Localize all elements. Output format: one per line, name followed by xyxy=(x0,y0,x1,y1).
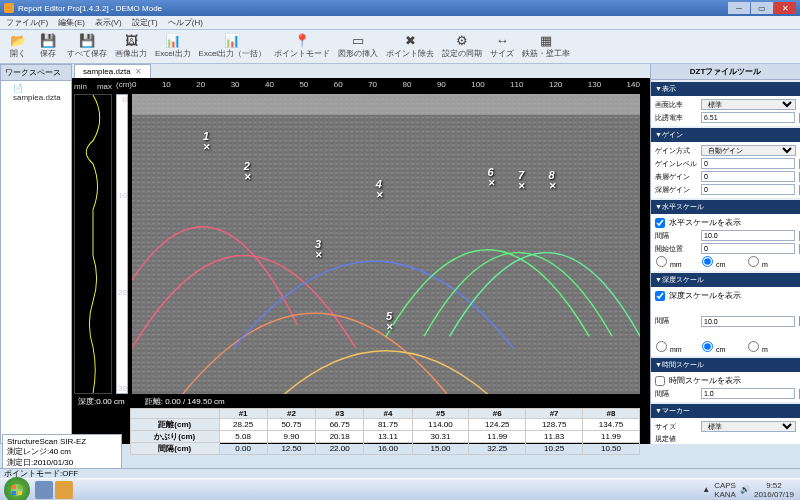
section-display[interactable]: ▼表示 xyxy=(651,82,800,96)
minmax-labels: minmax xyxy=(74,82,112,91)
scan-marker[interactable]: 5✕ xyxy=(386,310,394,332)
section-vscale[interactable]: ▼深度スケール xyxy=(651,273,800,287)
toolbar-image-button[interactable]: 🖼画像出力 xyxy=(112,32,150,60)
right-panel: DZTファイルツール ▼表示 画面比率標準 比誘電率▲▼ ▼ゲイン ゲイン方式自… xyxy=(650,64,800,444)
hscale-checkbox[interactable] xyxy=(655,218,665,228)
tray-lang[interactable]: CAPSKANA xyxy=(714,481,736,499)
tree-file[interactable]: 📄 samplea.dzta xyxy=(5,83,67,103)
toolbar-shape-button[interactable]: ▭図形の挿入 xyxy=(335,32,381,60)
left-panel: ワークスペース 📄 samplea.dzta xyxy=(0,64,72,444)
hscale-units: mm cm m xyxy=(655,255,796,269)
right-panel-title: DZTファイルツール xyxy=(651,64,800,80)
menu-item[interactable]: ヘルプ(H) xyxy=(168,17,203,28)
section-tscale[interactable]: ▼時間スケール xyxy=(651,358,800,372)
ratio-select[interactable]: 標準 xyxy=(701,99,796,110)
svg-rect-9 xyxy=(18,491,22,495)
data-table: #1#2#3#4#5#6#7#8距離(cm)28.2550.7566.7581.… xyxy=(130,408,640,442)
gain-level-input[interactable] xyxy=(701,158,795,169)
taskbar-app-icon[interactable] xyxy=(35,481,53,499)
toolbar-excel-button[interactable]: 📊Excel出力 xyxy=(152,32,194,60)
scan-marker[interactable]: 6✕ xyxy=(488,166,496,188)
ruler-horizontal: (cm)0102030405060708090100110120130140 xyxy=(132,80,640,92)
tray-icon[interactable]: 🔊 xyxy=(740,485,750,494)
tscale-checkbox[interactable] xyxy=(655,376,665,386)
system-tray: ▲ CAPSKANA 🔊 9:522016/07/19 xyxy=(696,481,800,499)
toolbar-sync-button[interactable]: ⚙設定の同期 xyxy=(439,32,485,60)
file-tree: 📄 samplea.dzta xyxy=(1,81,71,443)
toolbar-remove-button[interactable]: ✖ポイント除去 xyxy=(383,32,437,60)
toolbar-size-button[interactable]: ↔サイズ xyxy=(487,32,517,60)
svg-rect-8 xyxy=(12,491,16,495)
scan-image[interactable]: 1✕2✕3✕4✕5✕6✕7✕8✕ xyxy=(132,94,640,394)
tab-file[interactable]: samplea.dzta✕ xyxy=(74,64,151,78)
toolbar-point-button[interactable]: 📍ポイントモード xyxy=(271,32,333,60)
menu-item[interactable]: 設定(T) xyxy=(132,17,158,28)
close-button[interactable]: ✕ xyxy=(774,2,796,14)
svg-rect-6 xyxy=(12,485,16,489)
taskbar: ▲ CAPSKANA 🔊 9:522016/07/19 xyxy=(0,478,800,500)
toolbar-saveall-button[interactable]: 💾すべて保存 xyxy=(64,32,110,60)
gain-method-select[interactable]: 自動ゲイン xyxy=(701,145,796,156)
scan-marker[interactable]: 2✕ xyxy=(244,160,252,182)
workspace-header: ワークスペース xyxy=(1,65,71,81)
app-title: Report Editor Pro[1.4.3.2] - DEMO Mode xyxy=(18,4,162,13)
scan-marker[interactable]: 1✕ xyxy=(203,130,211,152)
surface-gain-input[interactable] xyxy=(701,171,795,182)
titlebar: Report Editor Pro[1.4.3.2] - DEMO Mode ─… xyxy=(0,0,800,16)
svg-rect-7 xyxy=(18,485,22,489)
scan-marker[interactable]: 8✕ xyxy=(549,169,557,191)
menubar: ファイル(F)編集(E)表示(V)設定(T)ヘルプ(H) xyxy=(0,16,800,30)
taskbar-app-icon[interactable] xyxy=(55,481,73,499)
scan-marker[interactable]: 3✕ xyxy=(315,238,323,260)
tab-close-icon[interactable]: ✕ xyxy=(135,67,142,76)
menu-item[interactable]: ファイル(F) xyxy=(6,17,48,28)
svg-rect-4 xyxy=(132,94,640,115)
minimize-button[interactable]: ─ xyxy=(728,2,750,14)
permittivity-input[interactable] xyxy=(701,112,795,123)
toolbar-rebar-button[interactable]: ▦鉄筋・壁工率 xyxy=(519,32,573,60)
marker-size-select[interactable]: 標準 xyxy=(701,421,796,432)
hscale-interval-input[interactable] xyxy=(701,230,795,241)
statusbar: ポイントモード:OFF xyxy=(0,468,800,478)
menu-item[interactable]: 編集(E) xyxy=(58,17,85,28)
deep-gain-input[interactable] xyxy=(701,184,795,195)
toolbar-folder-button[interactable]: 📂開く xyxy=(4,32,32,60)
toolbar: 📂開く💾保存💾すべて保存🖼画像出力📊Excel出力📊Excel出力（一括）📍ポイ… xyxy=(0,30,800,64)
maximize-button[interactable]: ▭ xyxy=(751,2,773,14)
start-button[interactable] xyxy=(4,477,30,501)
window-buttons: ─ ▭ ✕ xyxy=(728,2,796,14)
tray-icon[interactable]: ▲ xyxy=(702,485,710,494)
hscale-start-input[interactable] xyxy=(701,243,795,254)
center-panel: samplea.dzta✕ minmax (cm)010203040506070… xyxy=(72,64,650,444)
vscale-interval-input[interactable] xyxy=(701,316,795,327)
clock[interactable]: 9:522016/07/19 xyxy=(754,481,794,499)
toolbar-save-button[interactable]: 💾保存 xyxy=(34,32,62,60)
tscale-interval-input[interactable] xyxy=(701,388,795,399)
section-hscale[interactable]: ▼水平スケール xyxy=(651,200,800,214)
ruler-vertical: 0102030 xyxy=(116,94,128,394)
toolbar-excel2-button[interactable]: 📊Excel出力（一括） xyxy=(196,32,270,60)
vscale-checkbox[interactable] xyxy=(655,291,665,301)
menu-item[interactable]: 表示(V) xyxy=(95,17,122,28)
scan-marker[interactable]: 4✕ xyxy=(376,178,384,200)
app-icon xyxy=(4,3,14,13)
tabstrip: samplea.dzta✕ xyxy=(72,64,650,78)
scan-viewer[interactable]: minmax (cm)01020304050607080901001101201… xyxy=(72,78,650,444)
section-marker[interactable]: ▼マーカー xyxy=(651,404,800,418)
waveform-panel xyxy=(74,94,112,394)
scan-marker[interactable]: 7✕ xyxy=(518,169,526,191)
viewer-statusbar: 深度:0.00 cm距離: 0.00 / 149.50 cm xyxy=(74,396,640,406)
section-gain[interactable]: ▼ゲイン xyxy=(651,128,800,142)
